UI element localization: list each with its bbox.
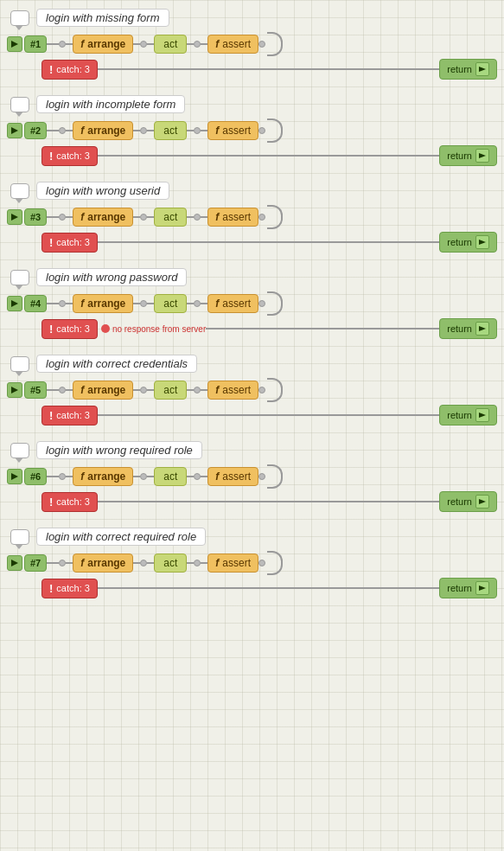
return-label: return: [447, 583, 472, 593]
loop-arc: [267, 291, 283, 316]
entry-icon[interactable]: [7, 555, 22, 571]
entry-icon[interactable]: [7, 469, 22, 484]
dot-connector: [59, 473, 66, 480]
connector: [147, 130, 154, 131]
assert-node[interactable]: fassert: [207, 121, 258, 140]
connector: [147, 303, 154, 304]
arrange-node[interactable]: farrange: [73, 381, 133, 400]
act-node[interactable]: act: [154, 208, 187, 227]
connector: [133, 389, 140, 391]
assert-node[interactable]: fassert: [207, 381, 258, 400]
return-node[interactable]: return: [439, 145, 497, 166]
catch-node[interactable]: !catch: 3: [41, 233, 98, 253]
entry-icon[interactable]: [7, 209, 22, 225]
return-node[interactable]: return: [439, 578, 497, 598]
scenario-label-row: login with wrong required role: [10, 441, 497, 459]
comment-icon: [10, 10, 29, 26]
assert-node[interactable]: fassert: [207, 294, 258, 313]
connector: [147, 562, 154, 564]
entry-icon[interactable]: [7, 296, 22, 311]
entry-node[interactable]: #1: [24, 35, 47, 53]
return-label: return: [447, 496, 472, 507]
assert-node[interactable]: fassert: [207, 467, 258, 486]
dot-connector: [59, 300, 66, 307]
connector: [187, 303, 194, 304]
scenario-label-row: login with correct required role: [10, 528, 497, 546]
entry-icon[interactable]: [7, 382, 22, 398]
connector: [201, 562, 207, 564]
entry-node[interactable]: #7: [24, 554, 47, 572]
return-arrow-icon: [475, 581, 489, 595]
dot-connector: [194, 214, 201, 221]
svg-marker-11: [479, 499, 486, 504]
entry-node[interactable]: #3: [24, 208, 47, 226]
connector: [187, 562, 194, 564]
catch-flow-row: !catch: 3return: [41, 59, 497, 80]
arrange-node[interactable]: farrange: [73, 467, 133, 486]
connector: [66, 303, 73, 304]
catch-node[interactable]: !catch: 3: [41, 60, 98, 80]
scenario-label-row: login with missing form: [10, 9, 497, 27]
connector: [66, 43, 73, 45]
entry-node[interactable]: #5: [24, 381, 47, 399]
scenario-title: login with correct required role: [36, 528, 206, 546]
connector: [201, 389, 207, 391]
return-node[interactable]: return: [439, 318, 497, 339]
connector: [66, 476, 73, 477]
entry-node[interactable]: #2: [24, 122, 47, 139]
return-node[interactable]: return: [439, 405, 497, 426]
return-node[interactable]: return: [439, 232, 497, 253]
catch-node[interactable]: !catch: 3: [41, 406, 98, 426]
connector: [66, 562, 73, 564]
act-node[interactable]: act: [154, 121, 187, 140]
assert-node[interactable]: fassert: [207, 208, 258, 227]
dot-connector: [140, 300, 147, 307]
dot-connector: [258, 560, 265, 566]
comment-icon: [10, 97, 29, 112]
assert-node[interactable]: fassert: [207, 35, 258, 54]
connector: [201, 476, 207, 477]
dot-connector: [140, 127, 147, 134]
svg-marker-13: [479, 585, 486, 591]
catch-node[interactable]: !catch: 3: [41, 492, 98, 512]
connector: [201, 130, 207, 131]
svg-marker-8: [11, 387, 18, 394]
entry-icon[interactable]: [7, 123, 22, 138]
dot-connector: [258, 473, 265, 480]
act-node[interactable]: act: [154, 294, 187, 313]
arrange-node[interactable]: farrange: [73, 35, 133, 54]
act-node[interactable]: act: [154, 381, 187, 400]
dot-connector: [59, 387, 66, 394]
return-node[interactable]: return: [439, 59, 497, 80]
svg-marker-7: [479, 326, 486, 331]
return-arrow-icon: [475, 235, 489, 249]
arrange-node[interactable]: farrange: [73, 121, 133, 140]
scenario-group: login with incomplete form#2farrangeactf…: [7, 95, 497, 166]
connector: [66, 216, 73, 218]
catch-node[interactable]: !catch: 3: [41, 319, 98, 339]
connector: [47, 476, 59, 477]
arrange-node[interactable]: farrange: [73, 208, 133, 227]
arrange-node[interactable]: farrange: [73, 553, 133, 573]
act-node[interactable]: act: [154, 553, 187, 573]
return-label: return: [447, 323, 472, 334]
catch-node[interactable]: !catch: 3: [41, 146, 98, 166]
scenario-title: login with wrong required role: [36, 441, 202, 459]
entry-node[interactable]: #6: [24, 468, 47, 485]
flow-section: #2farrangeactfassert!catch: 3return: [7, 118, 497, 166]
act-node[interactable]: act: [154, 467, 187, 486]
return-label: return: [447, 410, 472, 420]
arrange-node[interactable]: farrange: [73, 294, 133, 313]
entry-node[interactable]: #4: [24, 295, 47, 312]
catch-node[interactable]: !catch: 3: [41, 579, 98, 598]
entry-icon[interactable]: [7, 36, 22, 52]
svg-marker-2: [11, 127, 18, 134]
return-node[interactable]: return: [439, 491, 497, 512]
comment-icon: [10, 183, 29, 199]
assert-node[interactable]: fassert: [207, 553, 258, 573]
workflow-canvas: login with missing form#1farrangeactfass…: [7, 9, 497, 598]
dot-connector: [59, 560, 66, 566]
act-node[interactable]: act: [154, 35, 187, 54]
scenario-label-row: login with wrong password: [10, 268, 497, 286]
main-flow-row: #2farrangeactfassert: [7, 118, 497, 143]
